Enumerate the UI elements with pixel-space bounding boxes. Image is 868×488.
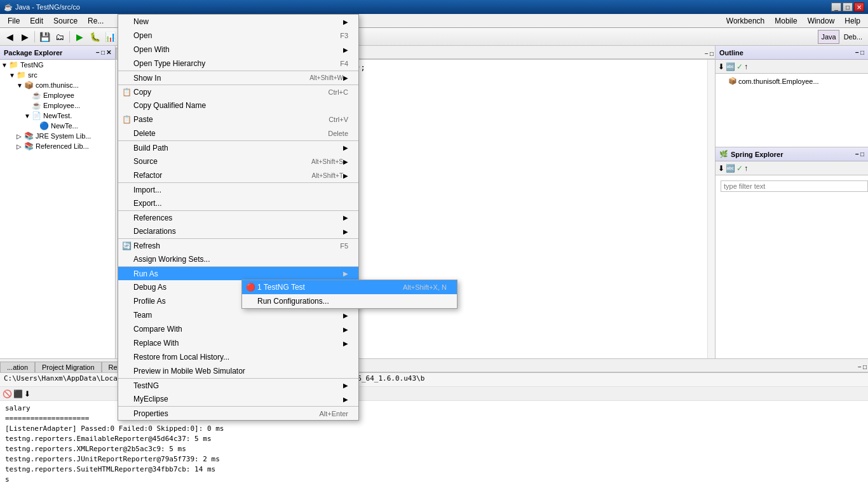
minimize-button[interactable]: _	[831, 3, 841, 11]
toolbar-profile[interactable]: 📊	[103, 30, 117, 44]
tree-employee2[interactable]: ☕ Employee...	[0, 100, 115, 111]
menu-window[interactable]: Window	[803, 15, 840, 27]
console-scroll[interactable]: ⬇	[24, 390, 31, 398]
console-line-suite: testng.reporters.SuiteHTMLReporter@34fbb…	[5, 464, 863, 475]
tree-newtest[interactable]: ▼ 📄 NewTest.	[0, 111, 115, 121]
toolbar-debug[interactable]: 🐛	[88, 30, 102, 44]
toolbar-save-all[interactable]: 🗂	[53, 30, 67, 44]
close-button[interactable]: ✕	[854, 3, 864, 11]
menu-workbench[interactable]: Workbench	[721, 15, 770, 27]
toolbar-back[interactable]: ◀	[3, 30, 17, 44]
console-stop[interactable]: ⬛	[13, 390, 23, 398]
tree-jre[interactable]: ▷ 📚 JRE System Lib...	[0, 131, 115, 141]
tab-ation[interactable]: ...ation	[0, 362, 35, 372]
ctx-paste[interactable]: 📋PasteCtrl+V	[118, 112, 358, 126]
package-tree: ▼ 📁 TestNG ▼ 📁 src ▼ 📦 com.thunisc...	[0, 60, 115, 358]
outline-tool1[interactable]: ⬇	[718, 62, 724, 71]
package-explorer: Package Explorer − □ ✕ ▼ 📁 TestNG ▼ 📁	[0, 46, 116, 358]
ctx-open-type[interactable]: Open Type HierarchyF4	[118, 57, 358, 71]
outline-item[interactable]: 📦 com.thunisoft.Employee...	[719, 76, 864, 86]
menu-re[interactable]: Re...	[83, 15, 109, 27]
ctx-build-path[interactable]: Build Path▶	[118, 140, 358, 154]
console-line-email: testng.reporters.EmailableReporter@45d64…	[5, 434, 863, 444]
toolbar-save[interactable]: 💾	[37, 30, 51, 44]
ctx-testng[interactable]: TestNG▶	[118, 378, 358, 392]
editor-maximize[interactable]: □	[710, 50, 714, 57]
ctx-open[interactable]: OpenF3	[118, 29, 358, 43]
spring-filter-input[interactable]	[721, 180, 868, 192]
package-explorer-header: Package Explorer − □ ✕	[0, 46, 115, 60]
ctx-assign[interactable]: Assign Working Sets...	[118, 252, 358, 266]
tree-newte-child[interactable]: 🔵 NewTe...	[0, 121, 115, 131]
spring-toolbar: ⬇ 🔤 ✓ ↑	[715, 161, 868, 175]
ctx-open-with[interactable]: Open With▶	[118, 43, 358, 57]
testng-icon: 🔴	[246, 283, 255, 292]
toolbar-debug-perspective[interactable]: Deb...	[841, 30, 865, 44]
ctx-compare[interactable]: Compare With▶	[118, 322, 358, 336]
spring-tool1[interactable]: ⬇	[718, 164, 724, 173]
tree-com-package[interactable]: ▼ 📦 com.thunisc...	[0, 80, 115, 90]
tree-employee1[interactable]: ☕ Employee	[0, 90, 115, 100]
spring-tool2[interactable]: 🔤	[726, 164, 735, 173]
ctx-run-as[interactable]: Run As▶	[118, 266, 358, 280]
ctx-delete[interactable]: DeleteDelete	[118, 126, 358, 140]
ctx-export[interactable]: Export...	[118, 196, 358, 210]
outline-tool4[interactable]: ↑	[744, 62, 748, 71]
submenu-run-configs[interactable]: Run Configurations...	[242, 294, 457, 308]
ctx-references[interactable]: References▶	[118, 210, 358, 224]
editor-minimize[interactable]: −	[705, 50, 709, 57]
ctx-refactor[interactable]: RefactorAlt+Shift+T▶	[118, 168, 358, 182]
tree-testng[interactable]: ▼ 📁 TestNG	[0, 60, 115, 70]
menu-file[interactable]: File	[3, 15, 25, 27]
console-maximize[interactable]: □	[863, 363, 867, 370]
submenu-testng-test[interactable]: 🔴 1 TestNG Test Alt+Shift+X, N	[242, 280, 457, 294]
tab-project-migration[interactable]: Project Migration	[35, 362, 102, 372]
outline-header: Outline − □	[715, 46, 868, 60]
outline-content: 📦 com.thunisoft.Employee...	[715, 74, 868, 88]
ctx-refresh[interactable]: 🔄RefreshF5	[118, 238, 358, 252]
ctx-source[interactable]: SourceAlt+Shift+S▶	[118, 154, 358, 168]
right-panel: Outline − □ ⬇ 🔤 ✓ ↑ 📦 com.th	[715, 46, 868, 358]
window-controls: _ □ ✕	[831, 3, 864, 11]
package-explorer-close[interactable]: ✕	[106, 49, 111, 56]
spring-minimize[interactable]: −	[855, 151, 859, 158]
ctx-import[interactable]: Import...	[118, 182, 358, 196]
tree-reflib[interactable]: ▷ 📚 Referenced Lib...	[0, 141, 115, 151]
context-menu: New▶ OpenF3 Open With▶ Open Type Hierarc…	[118, 14, 359, 421]
spring-maximize[interactable]: □	[860, 151, 864, 158]
spring-icon: 🌿	[719, 150, 728, 158]
package-explorer-maximize[interactable]: □	[101, 49, 105, 56]
ctx-myeclipse[interactable]: MyEclipse▶	[118, 392, 358, 406]
app-icon: ☕	[4, 3, 13, 11]
spring-tool3[interactable]: ✓	[736, 164, 743, 173]
package-explorer-minimize[interactable]: −	[96, 49, 100, 56]
ctx-new[interactable]: New▶	[118, 15, 358, 29]
outline-maximize[interactable]: □	[860, 49, 864, 56]
console-line-junit: testng.reporters.JUnitReportReporter@79a…	[5, 454, 863, 464]
outline-tool3[interactable]: ✓	[736, 62, 743, 71]
toolbar-java-perspective[interactable]: Java	[818, 30, 839, 44]
menu-mobile[interactable]: Mobile	[770, 15, 802, 27]
ctx-copy[interactable]: 📋CopyCtrl+C	[118, 85, 358, 98]
ctx-declarations[interactable]: Declarations▶	[118, 224, 358, 238]
ctx-show-in[interactable]: Show InAlt+Shift+W▶	[118, 71, 358, 85]
menu-source[interactable]: Source	[48, 15, 83, 27]
spring-filter-area	[715, 175, 868, 197]
maximize-button[interactable]: □	[843, 3, 853, 11]
console-clear[interactable]: 🚫	[3, 390, 12, 398]
outline-minimize[interactable]: −	[855, 49, 859, 56]
toolbar-forward[interactable]: ▶	[18, 30, 32, 44]
menu-edit[interactable]: Edit	[25, 15, 48, 27]
ctx-restore[interactable]: Restore from Local History...	[118, 350, 358, 364]
spring-tool4[interactable]: ↑	[744, 164, 748, 173]
ctx-copy-qualified[interactable]: Copy Qualified Name	[118, 98, 358, 112]
ctx-properties[interactable]: PropertiesAlt+Enter	[118, 406, 358, 420]
ctx-preview[interactable]: Preview in Mobile Web Simulator	[118, 364, 358, 378]
tree-src[interactable]: ▼ 📁 src	[0, 70, 115, 80]
outline-tool2[interactable]: 🔤	[726, 62, 735, 71]
ctx-replace[interactable]: Replace With▶	[118, 336, 358, 350]
console-minimize[interactable]: −	[858, 363, 862, 370]
menu-help[interactable]: Help	[839, 15, 865, 27]
ctx-team[interactable]: Team▶	[118, 308, 358, 322]
toolbar-run[interactable]: ▶	[72, 30, 86, 44]
